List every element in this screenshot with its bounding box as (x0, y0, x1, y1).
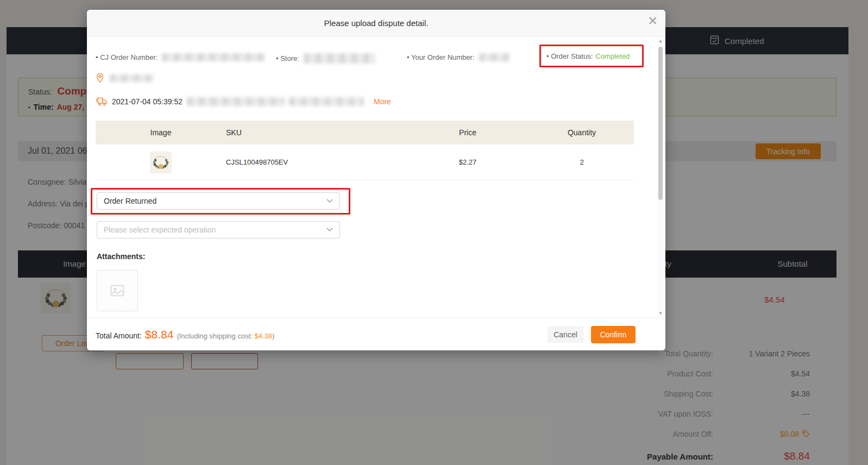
modal-scrollbar[interactable]: ▲ ▼ (657, 38, 664, 317)
table-row: CJSL100498705EV $2.27 2 (96, 144, 634, 180)
dispute-detail-modal: Please upload dispute detail. ✕ • CJ Ord… (87, 10, 665, 350)
order-status-value: Completed (595, 52, 630, 60)
close-icon[interactable]: ✕ (648, 15, 658, 27)
location-pin-icon (96, 73, 104, 84)
more-link[interactable]: More (374, 97, 391, 106)
order-status-label: • Order Status: (546, 52, 593, 60)
scrollbar-thumb[interactable] (658, 47, 663, 200)
cell-price: $2.27 (405, 158, 530, 166)
logistics-redacted-1 (187, 97, 285, 106)
total-amount-label: Total Amount: (96, 331, 142, 340)
col-sku: SKU (226, 128, 405, 137)
total-amount-value: $8.84 (145, 328, 174, 341)
order-status-highlight-box: • Order Status: Completed (539, 45, 644, 67)
scroll-up-icon[interactable]: ▲ (657, 38, 664, 45)
col-price: Price (405, 128, 530, 137)
attachments-label: Attachments: (97, 252, 145, 261)
store-redacted (304, 53, 375, 64)
store-field: • Store: (276, 53, 375, 64)
dispute-reason-select[interactable]: Order Returned (97, 192, 340, 210)
cell-sku: CJSL100498705EV (226, 158, 405, 166)
attachment-upload-box[interactable] (97, 270, 138, 311)
your-order-number-field: • Your Order Number: (407, 53, 510, 61)
shipping-note: (Including shipping cost: $4.38) (177, 332, 274, 340)
logistics-datetime: 2021-07-04 05:39:52 (112, 97, 183, 106)
cancel-button[interactable]: Cancel (548, 326, 583, 343)
modal-footer: Total Amount: $8.84 (Including shipping … (87, 318, 665, 350)
cj-order-number-redacted (162, 53, 265, 61)
scroll-down-icon[interactable]: ▼ (657, 310, 664, 317)
cj-order-number-field: • CJ Order Number: (96, 53, 265, 61)
col-image: Image (96, 128, 226, 137)
consignee-name-redacted (110, 74, 154, 82)
confirm-button[interactable]: Confirm (591, 326, 636, 343)
logistics-redacted-2 (289, 97, 364, 106)
product-thumbnail (150, 152, 172, 173)
chevron-down-icon (326, 228, 333, 232)
chevron-down-icon (326, 199, 333, 203)
logistics-row: 2021-07-04 05:39:52 More (96, 97, 391, 106)
modal-header: Please upload dispute detail. ✕ (87, 10, 665, 37)
image-placeholder-icon (110, 283, 125, 298)
total-amount-group: Total Amount: $8.84 (Including shipping … (96, 328, 274, 341)
table-header-row: Image SKU Price Quantity (96, 121, 634, 144)
consignee-row (96, 73, 154, 84)
modal-title: Please upload dispute detail. (87, 10, 665, 37)
cell-quantity: 2 (530, 158, 633, 166)
dispute-product-table: Image SKU Price Quantity CJSL100498705EV (96, 121, 634, 180)
your-order-number-redacted (479, 53, 510, 61)
shipping-cost-value: $4.38 (255, 332, 273, 340)
truck-icon (96, 97, 108, 106)
col-quantity: Quantity (530, 128, 633, 137)
expected-operation-select[interactable]: Please select expected operation (97, 221, 340, 238)
